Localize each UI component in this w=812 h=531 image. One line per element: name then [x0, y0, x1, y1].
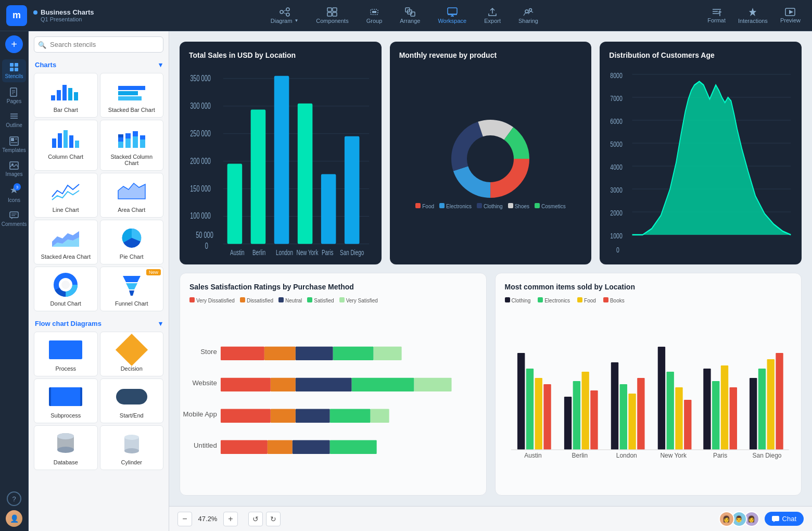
- chevron-down-icon-2: ▾: [159, 320, 162, 327]
- logo-button[interactable]: m: [6, 5, 27, 26]
- nav-tool-export[interactable]: Export: [476, 5, 509, 26]
- total-sales-chart[interactable]: Total Sales in USD by Location 350 000 3…: [180, 42, 382, 264]
- svg-rect-162: [543, 384, 551, 450]
- stencil-stacked-column-chart[interactable]: Stacked Column Chart: [100, 120, 164, 171]
- diagram-icon: [279, 7, 290, 17]
- svg-rect-149: [271, 409, 296, 423]
- comments-icon: [9, 211, 19, 220]
- svg-marker-76: [126, 283, 137, 289]
- search-input[interactable]: [34, 36, 163, 53]
- svg-text:2000: 2000: [611, 208, 623, 217]
- chat-icon: [772, 516, 779, 522]
- svg-rect-150: [296, 409, 330, 423]
- svg-text:300 000: 300 000: [190, 100, 211, 110]
- zoom-in-button[interactable]: +: [223, 512, 238, 526]
- preview-button[interactable]: Preview: [775, 6, 806, 26]
- user-avatar[interactable]: 👤: [6, 510, 22, 527]
- sidebar-item-pages[interactable]: Pages: [2, 84, 26, 107]
- interactions-button[interactable]: Interactions: [733, 5, 773, 26]
- bar-chart-svg: 350 000 300 000 250 000 200 000 150 000 …: [189, 66, 372, 255]
- sidebar-item-icons[interactable]: 3 Icons: [2, 182, 26, 206]
- svg-marker-75: [123, 276, 141, 282]
- stencil-stacked-area-chart[interactable]: Stacked Area Chart: [34, 220, 98, 264]
- svg-rect-60: [75, 141, 79, 148]
- sidebar-item-stencils[interactable]: Stencils: [2, 59, 26, 82]
- svg-rect-28: [10, 63, 14, 67]
- nav-tool-components[interactable]: Components: [308, 5, 357, 26]
- svg-text:200 000: 200 000: [190, 156, 211, 166]
- nav-tool-diagram[interactable]: Diagram ▼: [262, 5, 307, 26]
- stencil-area-chart[interactable]: Area Chart: [100, 173, 164, 218]
- sidebar-item-templates[interactable]: Templates: [2, 133, 26, 156]
- nav-tool-sharing[interactable]: Sharing: [510, 5, 547, 26]
- format-button[interactable]: Format: [702, 6, 731, 26]
- stencil-subprocess[interactable]: Subprocess: [34, 378, 98, 423]
- undo-redo-controls: ↺ ↻: [248, 512, 281, 526]
- stencil-stacked-bar-chart[interactable]: Stacked Bar Chart: [100, 73, 164, 118]
- main-area: + Stencils Pages: [0, 31, 812, 531]
- svg-rect-152: [371, 409, 389, 423]
- svg-text:Store: Store: [200, 348, 217, 356]
- flowchart-category[interactable]: Flow chart Diagrams ▾: [34, 315, 163, 332]
- stencil-line-chart[interactable]: Line Chart: [34, 173, 98, 218]
- svg-rect-146: [414, 378, 452, 391]
- svg-text:0: 0: [616, 245, 619, 254]
- svg-text:Untitled: Untitled: [194, 441, 217, 449]
- zoom-controls: − 47.2% + ↺ ↻: [177, 512, 281, 526]
- sidebar-item-images[interactable]: Images: [2, 158, 26, 180]
- svg-rect-49: [57, 90, 61, 100]
- stencil-column-chart[interactable]: Column Chart: [34, 120, 98, 171]
- zoom-value: 47.2%: [196, 515, 219, 523]
- nav-tool-arrange[interactable]: Arrange: [391, 5, 428, 26]
- svg-text:150 000: 150 000: [190, 183, 211, 193]
- svg-rect-53: [118, 86, 145, 90]
- stencil-funnel-chart[interactable]: New Funnel Chart: [100, 267, 164, 311]
- customers-age-chart[interactable]: Distribution of Customers Age 8000 7000 …: [600, 42, 802, 264]
- svg-line-3: [283, 10, 286, 11]
- add-element-button[interactable]: +: [5, 35, 23, 53]
- svg-rect-176: [675, 387, 682, 450]
- svg-rect-51: [68, 88, 72, 100]
- svg-rect-174: [657, 347, 665, 450]
- stencil-cylinder[interactable]: Cylinder: [100, 425, 164, 470]
- monthly-revenue-chart[interactable]: Monthly revenue by product: [390, 42, 592, 264]
- canvas-bottom-row: Sales Satisfaction Ratings by Purchase M…: [180, 273, 802, 496]
- stencil-pie-chart[interactable]: Pie Chart: [100, 220, 164, 264]
- stencil-decision[interactable]: Decision: [100, 332, 164, 376]
- stencils-icon: [9, 62, 19, 72]
- database-preview: [55, 432, 76, 455]
- redo-button[interactable]: ↻: [266, 512, 281, 526]
- nav-tool-workspace[interactable]: Workspace: [429, 5, 475, 26]
- svg-rect-167: [590, 390, 598, 450]
- cylinder-preview: [121, 432, 142, 455]
- svg-marker-77: [129, 290, 134, 296]
- export-icon: [487, 7, 498, 17]
- breadcrumb-subtitle: Q1 Presentation: [41, 16, 94, 22]
- nav-tool-group[interactable]: Group: [358, 5, 391, 26]
- satisfaction-chart[interactable]: Sales Satisfaction Ratings by Purchase M…: [180, 273, 487, 496]
- chevron-down-icon: ▾: [159, 61, 162, 69]
- stencil-bar-chart[interactable]: Bar Chart: [34, 73, 98, 118]
- sidebar-item-outline[interactable]: Outline: [2, 109, 26, 131]
- items-location-chart[interactable]: Most common items sold by Location Cloth…: [495, 273, 802, 496]
- stencil-database[interactable]: Database: [34, 425, 98, 470]
- stencil-process[interactable]: Process: [34, 332, 98, 376]
- svg-text:Berlin: Berlin: [572, 452, 588, 459]
- svg-rect-185: [758, 369, 765, 450]
- charts-category[interactable]: Charts ▾: [34, 57, 163, 73]
- stencil-startend[interactable]: Start/End: [100, 378, 164, 423]
- stacked-area-preview: [50, 227, 81, 249]
- help-button[interactable]: ?: [7, 491, 21, 506]
- sidebar-item-comments[interactable]: Comments: [2, 208, 26, 230]
- stencil-donut-chart[interactable]: Donut Chart: [34, 267, 98, 311]
- arrange-icon: [405, 7, 415, 17]
- chat-button[interactable]: Chat: [765, 512, 804, 526]
- nav-right: Format Interactions Preview: [702, 5, 806, 26]
- svg-rect-100: [227, 164, 243, 244]
- svg-rect-5: [327, 8, 332, 11]
- undo-button[interactable]: ↺: [248, 512, 263, 526]
- svg-rect-154: [221, 440, 268, 454]
- svg-text:1000: 1000: [611, 231, 623, 240]
- zoom-out-button[interactable]: −: [177, 512, 192, 526]
- svg-rect-182: [729, 387, 737, 450]
